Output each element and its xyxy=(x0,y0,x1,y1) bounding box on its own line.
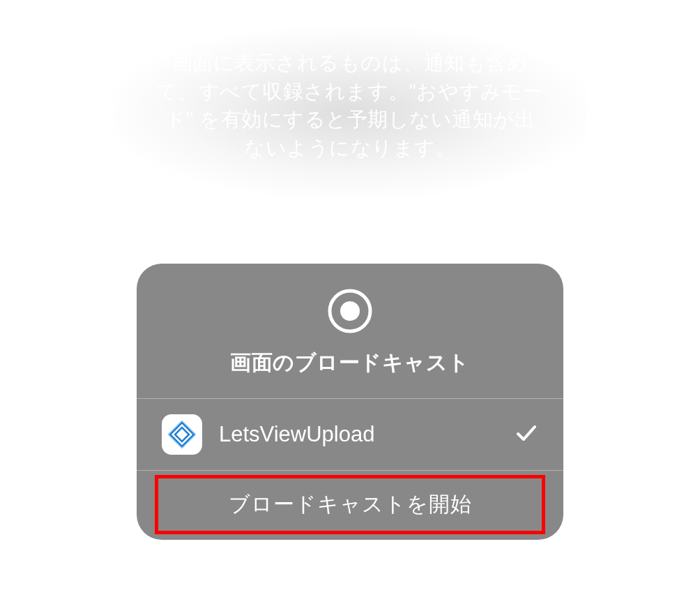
svg-rect-4 xyxy=(168,421,196,448)
panel-header: 画面のブロードキャスト xyxy=(137,264,563,398)
check-icon xyxy=(515,421,538,448)
panel-title: 画面のブロードキャスト xyxy=(151,349,549,377)
start-button-wrapper: ブロードキャストを開始 xyxy=(137,471,563,540)
info-text: 画面に表示されるものは、通知も含めて、すべて収録されます。"おやすみモード" を… xyxy=(155,49,545,162)
svg-point-1 xyxy=(340,301,360,321)
record-icon xyxy=(328,289,372,336)
svg-rect-3 xyxy=(175,428,189,441)
app-name: LetsViewUpload xyxy=(219,422,498,447)
broadcast-panel: 画面のブロードキャスト LetsViewUpload ブロードキャストを開始 xyxy=(137,264,563,540)
start-broadcast-button[interactable]: ブロードキャストを開始 xyxy=(155,476,545,533)
info-text-container: 画面に表示されるものは、通知も含めて、すべて収録されます。"おやすみモード" を… xyxy=(155,49,545,162)
letsview-app-icon xyxy=(162,414,202,455)
svg-rect-2 xyxy=(170,423,194,446)
app-row[interactable]: LetsViewUpload xyxy=(137,399,563,470)
